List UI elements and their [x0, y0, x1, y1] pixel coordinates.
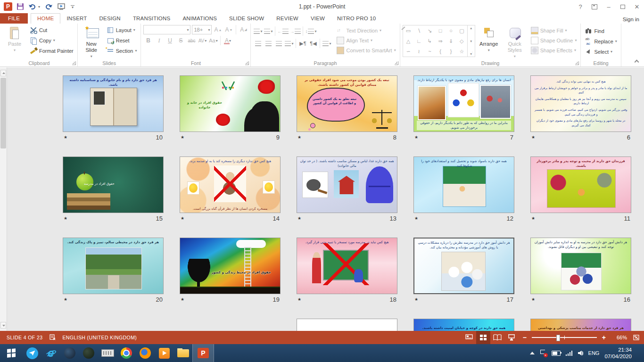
- text-direction-button[interactable]: Text Direction▾: [335, 26, 397, 35]
- cut-button[interactable]: Cut: [28, 25, 75, 35]
- arrange-button[interactable]: Arrange▾: [478, 25, 500, 59]
- paragraph-dialog-launcher-icon[interactable]: [395, 61, 398, 65]
- tab-animations[interactable]: ANIMATIONS: [176, 13, 223, 24]
- shape-glyph-0[interactable]: ▭: [406, 28, 411, 33]
- font-size-combo[interactable]: 18+▾: [192, 25, 212, 34]
- replace-button[interactable]: Replace▾: [583, 36, 618, 46]
- line-spacing-button[interactable]: ↕▾: [305, 26, 316, 36]
- numbering-button[interactable]: ▾: [264, 26, 273, 36]
- shape-fill-button[interactable]: Shape Fill▾: [529, 26, 578, 35]
- shape-glyph-14[interactable]: ~: [428, 49, 431, 54]
- scrollbar-thumb[interactable]: [0, 78, 6, 148]
- shape-glyph-11[interactable]: ◇: [460, 39, 463, 44]
- reading-view-icon[interactable]: [490, 331, 504, 344]
- save-button[interactable]: [17, 2, 24, 11]
- shape-glyph-17[interactable]: ☆: [459, 49, 464, 54]
- firefox-icon[interactable]: [136, 344, 155, 362]
- scrollbar-up-arrow[interactable]: [0, 70, 6, 76]
- slide-thumbnail-14[interactable]: هیچ کس حق ندارد دیگری را مسخره کند یا به…: [180, 156, 281, 213]
- show-hidden-icons-icon[interactable]: [530, 352, 535, 354]
- paste-button[interactable]: Paste▾: [3, 25, 26, 59]
- customize-qat-icon[interactable]: ▾: [71, 5, 74, 8]
- align-right-button[interactable]: [274, 39, 283, 48]
- zoom-slider-thumb[interactable]: [556, 335, 560, 341]
- slide-thumbnail-9[interactable]: حقوق افراد در خانه و خانواده: [180, 75, 281, 132]
- align-left-button[interactable]: [253, 39, 263, 48]
- on-screen-keyboard-icon[interactable]: [98, 344, 117, 362]
- shape-glyph-12[interactable]: ∽: [406, 49, 410, 54]
- shape-outline-button[interactable]: Shape Outline▾: [529, 36, 578, 45]
- clear-formatting-button[interactable]: A◢: [239, 25, 248, 34]
- vertical-scrollbar[interactable]: [0, 67, 7, 331]
- undo-button[interactable]: [28, 2, 36, 11]
- find-button[interactable]: Find: [583, 26, 618, 36]
- tab-slide-show[interactable]: SLIDE SHOW: [223, 13, 270, 24]
- shape-effects-button[interactable]: Shape Effects▾: [529, 46, 578, 55]
- zoom-percentage[interactable]: 66%: [611, 335, 627, 340]
- shape-glyph-9[interactable]: ⇒: [438, 39, 442, 44]
- justify-button[interactable]: ▾: [284, 39, 294, 48]
- slide-thumbnail-8[interactable]: تبعه یک کشور بودن موجب می شود افراد حقوق…: [297, 75, 397, 132]
- increase-indent-button[interactable]: →: [289, 26, 301, 36]
- powerpoint-icon[interactable]: [192, 344, 214, 362]
- language-label[interactable]: ENGLISH (UNITED KINGDOM): [62, 335, 137, 340]
- tab-file[interactable]: FILE: [0, 13, 28, 24]
- start-from-beginning-button[interactable]: [58, 2, 66, 11]
- slide-sorter-view-icon[interactable]: [476, 331, 490, 344]
- shape-glyph-5[interactable]: ▢: [459, 28, 464, 33]
- chrome-icon[interactable]: [117, 344, 136, 362]
- slide-thumbnail-22[interactable]: همه حق دارند در کوچه و خیابان امنیت داشت…: [413, 319, 514, 331]
- character-spacing-button[interactable]: AV▾: [198, 36, 207, 45]
- strikethrough-button[interactable]: S: [176, 36, 185, 45]
- collapse-ribbon-icon[interactable]: [635, 59, 638, 63]
- volume-icon[interactable]: [578, 351, 584, 356]
- section-button[interactable]: Section▾: [105, 46, 139, 56]
- internet-explorer-icon[interactable]: [41, 344, 60, 362]
- underline-button[interactable]: U: [165, 36, 174, 45]
- tab-nitro-pro-10[interactable]: NITRO PRO 10: [331, 13, 382, 24]
- zoom-slider[interactable]: [532, 337, 597, 338]
- tab-design[interactable]: DESIGN: [93, 13, 127, 24]
- battery-icon[interactable]: [552, 351, 561, 356]
- slide-thumbnail-11[interactable]: فرزندان حق دارند از محبت و توجه پدر و ما…: [530, 156, 631, 213]
- slide-thumbnail-10[interactable]: هر فرد حق دارد نام و نام خانوادگی و شناس…: [63, 75, 164, 132]
- slide-thumbnail-20[interactable]: هر فرد حق دارد در محیطی سالم، تمیز و پاک…: [63, 238, 164, 294]
- app-dark-1-icon[interactable]: [60, 344, 79, 362]
- restore-icon[interactable]: [616, 1, 630, 12]
- tab-review[interactable]: REVIEW: [270, 13, 305, 24]
- shape-glyph-3[interactable]: □: [439, 28, 442, 33]
- start-button[interactable]: [0, 344, 23, 362]
- action-center-flag-icon[interactable]: [540, 350, 546, 356]
- zoom-out-button[interactable]: −: [521, 334, 528, 341]
- spell-check-icon[interactable]: [49, 334, 56, 341]
- shape-glyph-1[interactable]: ∖: [417, 28, 421, 33]
- close-icon[interactable]: ✕: [630, 1, 644, 12]
- fit-slide-to-window-icon[interactable]: [630, 331, 642, 344]
- font-name-combo[interactable]: ▾: [143, 25, 190, 34]
- file-explorer-icon[interactable]: [173, 344, 192, 362]
- scrollbar-down-arrow[interactable]: [0, 322, 6, 329]
- slide-thumbnail-6[interactable]: هیچ کس به تنهایی نمی تواند زندگی کند.ما …: [530, 75, 631, 132]
- sign-in-link[interactable]: Sign in: [623, 16, 639, 22]
- slide-thumbnail-12[interactable]: همه حق دارند باسواد شوند و تحصیل کنند و …: [413, 156, 514, 213]
- shape-glyph-16[interactable]: }: [450, 49, 452, 54]
- tab-transitions[interactable]: TRANSITIONS: [127, 13, 177, 24]
- taskbar-clock[interactable]: 21:34 07/04/2020: [604, 346, 634, 360]
- slide-thumbnail-13[interactable]: همه حق دارند غذا، لباس و مسکن مناسب داشت…: [297, 156, 397, 213]
- telegram-icon[interactable]: [23, 344, 41, 362]
- italic-button[interactable]: I: [154, 36, 164, 45]
- normal-view-icon[interactable]: [462, 331, 476, 344]
- slide-show-view-icon[interactable]: [504, 331, 519, 344]
- undo-dropdown-icon[interactable]: ▾: [38, 5, 40, 9]
- new-slide-button[interactable]: New Slide▾: [80, 25, 103, 59]
- slide-thumbnail-19[interactable]: حقوق افراد در محیط زندگی و کشور: [180, 238, 281, 294]
- redo-button[interactable]: [45, 2, 53, 11]
- tab-view[interactable]: VIEW: [305, 13, 331, 24]
- clipboard-dialog-launcher-icon[interactable]: [72, 61, 76, 65]
- bullets-button[interactable]: ▾: [253, 26, 263, 36]
- slide-thumbnail-15[interactable]: حقوق افراد در مدرسه: [63, 156, 164, 213]
- slide-thumbnail-7[interactable]: انسان ها برای رفع نیازهای مادی و معنوی خ…: [413, 75, 514, 132]
- layout-button[interactable]: Layout▾: [105, 25, 139, 35]
- shape-glyph-8[interactable]: ↳: [428, 39, 432, 44]
- slide-thumbnail-18[interactable]: هیچ کس نباید در مدرسه مورد تمسخر یا تنبی…: [297, 238, 397, 294]
